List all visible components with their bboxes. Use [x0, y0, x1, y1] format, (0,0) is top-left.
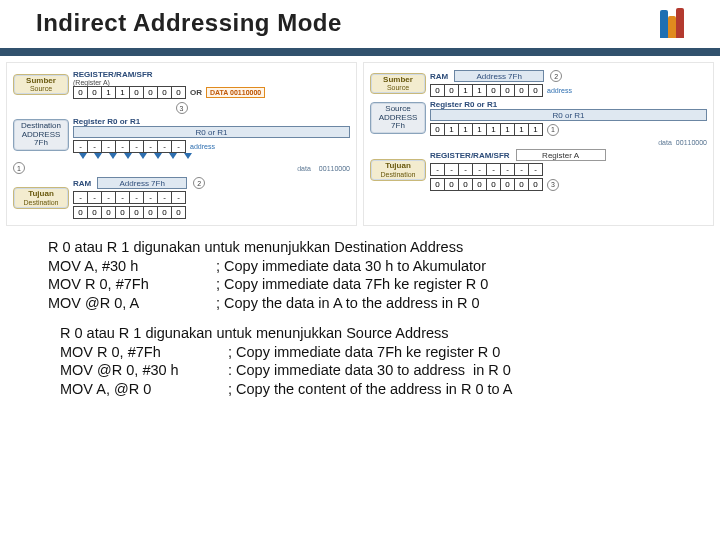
side-address-1: address	[190, 143, 215, 150]
slide: Indirect Addressing Mode Sumber Source R…	[0, 0, 720, 540]
circle-1: 1	[13, 162, 25, 174]
logo-bar-orange	[668, 16, 676, 38]
hint-data-r: data	[658, 139, 672, 146]
caption-r0r1-r: Register R0 or R1	[430, 100, 497, 109]
data-label: DATA 00110000	[210, 89, 261, 96]
bits-addr7F-r: 01111111	[430, 123, 543, 136]
logo-bar-red	[676, 8, 684, 38]
logo-bar-blue	[660, 10, 668, 38]
slide-title: Indirect Addressing Mode	[36, 9, 342, 37]
bar-addr7fh-r: Address 7Fh	[454, 70, 544, 82]
diagram-right: Sumber Source RAM Address 7Fh 2 00110000…	[363, 62, 714, 226]
bar-r0r1: R0 or R1	[73, 126, 350, 138]
hint-data-hex-r: 00110000	[676, 139, 707, 146]
badge-dest-addr: Destination ADDRESS 7Fh	[13, 119, 69, 150]
circle-3a: 3	[176, 102, 188, 114]
diagrams: Sumber Source REGISTER/RAM/SFR (Register…	[0, 56, 720, 226]
header-rule	[0, 48, 720, 56]
label-dest-addr-7f: Destination ADDRESS 7Fh	[18, 122, 64, 147]
logo	[660, 8, 684, 38]
bar-r0r1-r: R0 or R1	[430, 109, 707, 121]
circle-2r: 2	[550, 70, 562, 82]
side-address-r1: address	[547, 87, 572, 94]
label-sumber: Sumber	[18, 77, 64, 85]
para1-line-1: MOV A, #30 h; Copy immediate data 30 h t…	[48, 257, 684, 276]
paragraph-1: R 0 atau R 1 digunakan untuk menunjukkan…	[0, 226, 720, 312]
data-box-00110000: DATA 00110000	[206, 87, 265, 98]
bits-zeros: 00000000	[73, 206, 186, 219]
bits-dashes-r: --------	[430, 163, 543, 176]
header: Indirect Addressing Mode	[0, 0, 720, 44]
circle-3r: 3	[547, 179, 559, 191]
badge-src-addr: Source ADDRESS 7Fh	[370, 102, 426, 133]
bits-dashes-1: --------	[73, 140, 186, 153]
circle-1r: 1	[547, 124, 559, 136]
badge-tujuan-dest: Tujuan Destination	[13, 187, 69, 209]
caption-register-sfr-r: REGISTER/RAM/SFR	[430, 151, 510, 160]
arrows-1	[13, 153, 350, 159]
bits-A30h: 00110000	[73, 86, 186, 99]
label-src-addr-7f: Source ADDRESS 7Fh	[375, 105, 421, 130]
label-tujuan: Tujuan	[18, 190, 64, 198]
bar-register-a-r: Register A	[516, 149, 606, 161]
bits-zeros-r: 00000000	[430, 178, 543, 191]
label-destination: Destination	[18, 199, 64, 206]
caption-register-sfr: REGISTER/RAM/SFR	[73, 70, 153, 79]
para2-line-2: MOV @R 0, #30 h: Copy immediate data 30 …	[60, 361, 684, 380]
bits-ram-addr-r: 00110000	[430, 84, 543, 97]
diagram-left: Sumber Source REGISTER/RAM/SFR (Register…	[6, 62, 357, 226]
circle-2: 2	[193, 177, 205, 189]
para2-line-1: MOV R 0, #7Fh; Copy immediate data 7Fh k…	[60, 343, 684, 362]
hint-data-1: data	[297, 165, 311, 172]
caption-register-a: (Register A)	[73, 79, 110, 86]
label-source: Source	[18, 85, 64, 92]
para2-line-3: MOV A, @R 0; Copy the content of the add…	[60, 380, 684, 399]
caption-r0r1: Register R0 or R1	[73, 117, 140, 126]
para1-line-3: MOV @R 0, A; Copy the data in A to the a…	[48, 294, 684, 313]
badge-tujuan-dest-r: Tujuan Destination	[370, 159, 426, 181]
hint-data-hex-1: 00110000	[319, 165, 350, 172]
caption-ram-r: RAM	[430, 72, 448, 81]
badge-sumber-source: Sumber Source	[13, 74, 69, 96]
bits-dashes-2: --------	[73, 191, 186, 204]
para1-line-2: MOV R 0, #7Fh; Copy immediate data 7Fh k…	[48, 275, 684, 294]
para2-heading: R 0 atau R 1 digunakan untuk menunjukkan…	[60, 324, 684, 343]
bar-addr7fh: Address 7Fh	[97, 177, 187, 189]
paragraph-2: R 0 atau R 1 digunakan untuk menunjukkan…	[0, 312, 720, 398]
para1-heading: R 0 atau R 1 digunakan untuk menunjukkan…	[48, 238, 684, 257]
caption-ram: RAM	[73, 179, 91, 188]
or-label: OR	[190, 88, 202, 97]
badge-sumber-source-r: Sumber Source	[370, 73, 426, 95]
